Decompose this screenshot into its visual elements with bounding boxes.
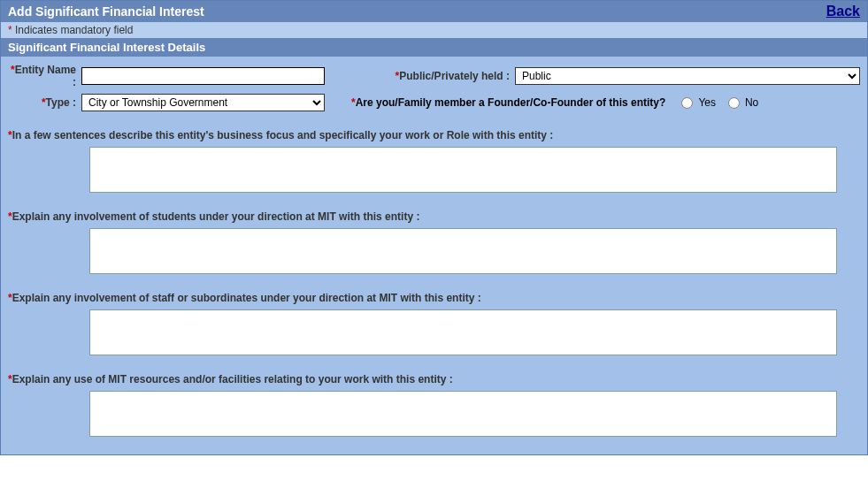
form-title: Add Significant Financial Interest (8, 4, 204, 19)
founder-no-label: No (745, 96, 758, 109)
back-link[interactable]: Back (826, 4, 860, 19)
q4-textarea[interactable] (89, 391, 837, 437)
mandatory-note: * Indicates mandatory field (1, 22, 867, 38)
type-select[interactable]: City or Township Government (81, 94, 325, 111)
row-entity-public: *Entity Name : *Public/Privately held : … (8, 64, 860, 88)
founder-yes-label: Yes (698, 96, 716, 109)
question-resources: *Explain any use of MIT resources and/or… (8, 373, 860, 437)
section-header: Significant Financial Interest Details (1, 38, 867, 57)
form-body: *Entity Name : *Public/Privately held : … (1, 57, 867, 454)
question-staff: *Explain any involvement of staff or sub… (8, 292, 860, 355)
q2-textarea[interactable] (89, 228, 837, 274)
q1-label: *In a few sentences describe this entity… (8, 129, 860, 141)
public-private-select[interactable]: Public (515, 67, 860, 85)
q3-textarea[interactable] (89, 309, 837, 355)
row-type-founder: *Type : City or Township Government *Are… (8, 94, 860, 111)
entity-name-label: *Entity Name : (8, 64, 81, 88)
entity-name-input[interactable] (81, 67, 325, 85)
q1-textarea[interactable] (89, 147, 837, 193)
question-business-focus: *In a few sentences describe this entity… (8, 129, 860, 193)
q4-label: *Explain any use of MIT resources and/or… (8, 373, 860, 385)
required-star-icon: * (8, 24, 15, 36)
founder-radio-group: Yes No (672, 96, 758, 109)
public-private-label: *Public/Privately held : (391, 70, 515, 82)
question-students: *Explain any involvement of students und… (8, 210, 860, 274)
form-container: Add Significant Financial Interest Back … (0, 0, 868, 455)
founder-yes-radio[interactable] (681, 97, 693, 109)
founder-no-radio[interactable] (728, 97, 740, 109)
q3-label: *Explain any involvement of staff or sub… (8, 292, 860, 304)
founder-label: *Are you/Family member a Founder/Co-Foun… (351, 96, 665, 109)
mandatory-text: Indicates mandatory field (15, 24, 133, 36)
type-label: *Type : (8, 96, 81, 109)
form-header: Add Significant Financial Interest Back (1, 1, 867, 22)
q2-label: *Explain any involvement of students und… (8, 210, 860, 223)
